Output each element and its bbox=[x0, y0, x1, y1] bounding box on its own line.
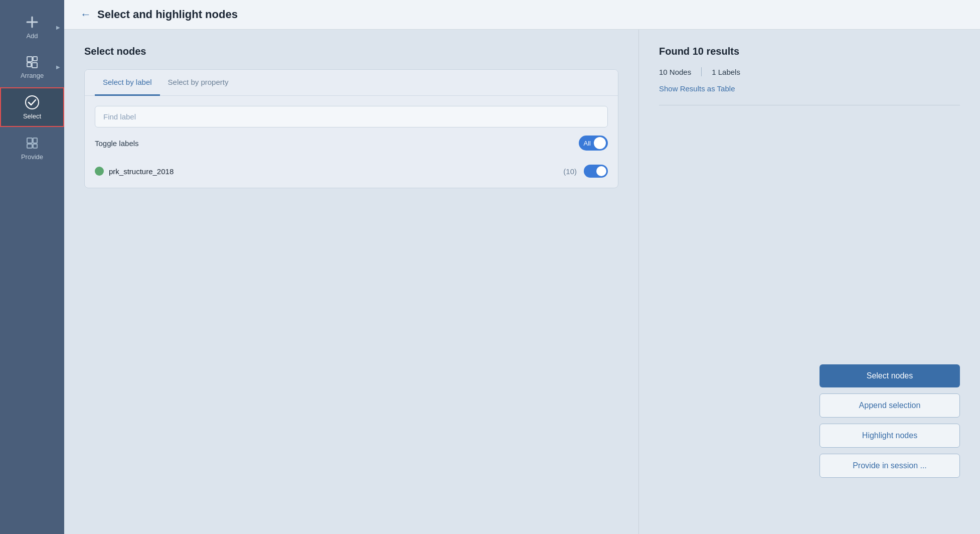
stats-divider bbox=[701, 67, 702, 76]
label-item-row: prk_structure_2018 (10) bbox=[85, 159, 618, 188]
find-label-input[interactable] bbox=[95, 106, 608, 127]
page-title: Select and highlight nodes bbox=[97, 8, 238, 21]
back-button[interactable]: ← bbox=[80, 8, 91, 21]
tab-select-by-label[interactable]: Select by label bbox=[95, 70, 160, 96]
highlight-nodes-button[interactable]: Highlight nodes bbox=[820, 424, 960, 448]
main-area: ← Select and highlight nodes Select node… bbox=[64, 0, 980, 534]
divider bbox=[659, 105, 960, 105]
svg-rect-4 bbox=[27, 63, 31, 67]
results-stats: 10 Nodes 1 Labels bbox=[659, 67, 960, 76]
right-panel: Found 10 results 10 Nodes 1 Labels Show … bbox=[639, 30, 980, 534]
svg-rect-7 bbox=[27, 138, 32, 143]
select-nodes-button[interactable]: Select nodes bbox=[820, 364, 960, 387]
arrange-arrow-icon: ▶ bbox=[56, 64, 60, 69]
tab-bar: Select by label Select by property bbox=[85, 70, 618, 96]
sidebar-item-arrange-label: Arrange bbox=[21, 72, 44, 79]
show-results-table-link[interactable]: Show Results as Table bbox=[659, 84, 960, 93]
svg-rect-9 bbox=[33, 138, 37, 143]
label-count: (10) bbox=[563, 167, 577, 176]
label-toggle[interactable] bbox=[584, 165, 608, 178]
toggle-labels-text: Toggle labels bbox=[95, 139, 139, 148]
header: ← Select and highlight nodes bbox=[64, 0, 980, 30]
toggle-all-knob bbox=[594, 137, 606, 149]
add-arrow-icon: ▶ bbox=[56, 24, 60, 30]
left-panel: Select nodes Select by label Select by p… bbox=[64, 30, 639, 534]
sidebar-item-add[interactable]: ▶ Add bbox=[0, 8, 64, 46]
provide-icon bbox=[24, 135, 40, 151]
arrange-icon bbox=[24, 54, 40, 70]
svg-rect-8 bbox=[27, 144, 32, 148]
toggle-all-button[interactable]: All bbox=[579, 136, 608, 151]
search-area bbox=[85, 96, 618, 136]
nodes-count: 10 Nodes bbox=[659, 68, 701, 76]
svg-rect-10 bbox=[33, 144, 37, 148]
label-color-dot bbox=[95, 167, 104, 176]
select-nodes-title: Select nodes bbox=[84, 46, 618, 57]
provide-in-session-button[interactable]: Provide in session ... bbox=[820, 454, 960, 478]
svg-point-6 bbox=[26, 96, 39, 109]
sidebar-item-select[interactable]: Select bbox=[0, 87, 64, 127]
tab-select-by-property[interactable]: Select by property bbox=[160, 70, 237, 96]
sidebar: ▶ Add ▶ Arrange Select bbox=[0, 0, 64, 534]
label-name: prk_structure_2018 bbox=[109, 167, 174, 176]
labels-count: 1 Labels bbox=[712, 68, 750, 76]
sidebar-item-provide-label: Provide bbox=[21, 153, 43, 161]
content-area: Select nodes Select by label Select by p… bbox=[64, 30, 980, 534]
action-buttons: Select nodes Append selection Highlight … bbox=[820, 364, 960, 478]
sidebar-item-select-label: Select bbox=[23, 112, 41, 120]
append-selection-button[interactable]: Append selection bbox=[820, 393, 960, 418]
svg-rect-5 bbox=[32, 63, 37, 68]
results-title: Found 10 results bbox=[659, 46, 960, 57]
svg-rect-2 bbox=[27, 57, 32, 62]
svg-rect-3 bbox=[33, 57, 37, 61]
check-icon bbox=[24, 94, 40, 110]
label-toggle-knob bbox=[596, 166, 606, 176]
label-info: prk_structure_2018 bbox=[95, 167, 174, 176]
toggle-labels-row: Toggle labels All bbox=[85, 136, 618, 159]
select-card: Select by label Select by property Toggl… bbox=[84, 69, 618, 188]
sidebar-item-arrange[interactable]: ▶ Arrange bbox=[0, 48, 64, 85]
sidebar-item-add-label: Add bbox=[26, 32, 38, 40]
plus-icon bbox=[24, 14, 40, 30]
toggle-all-label: All bbox=[584, 140, 591, 147]
sidebar-item-provide[interactable]: Provide bbox=[0, 129, 64, 167]
